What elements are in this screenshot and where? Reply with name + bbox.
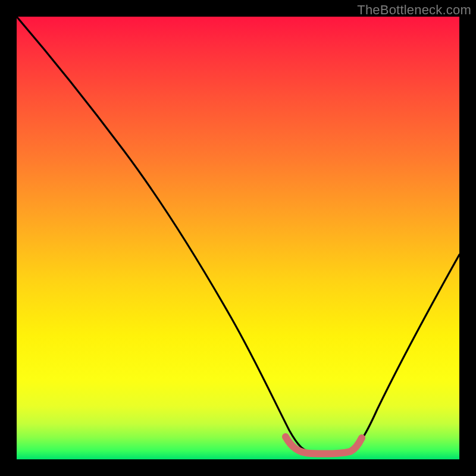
- plot-area: [17, 17, 459, 459]
- fit-zone-marker: [286, 437, 362, 454]
- curve-layer: [17, 17, 459, 459]
- bottleneck-curve: [17, 17, 459, 453]
- chart-frame: TheBottleneck.com: [0, 0, 476, 476]
- watermark-text: TheBottleneck.com: [357, 2, 471, 18]
